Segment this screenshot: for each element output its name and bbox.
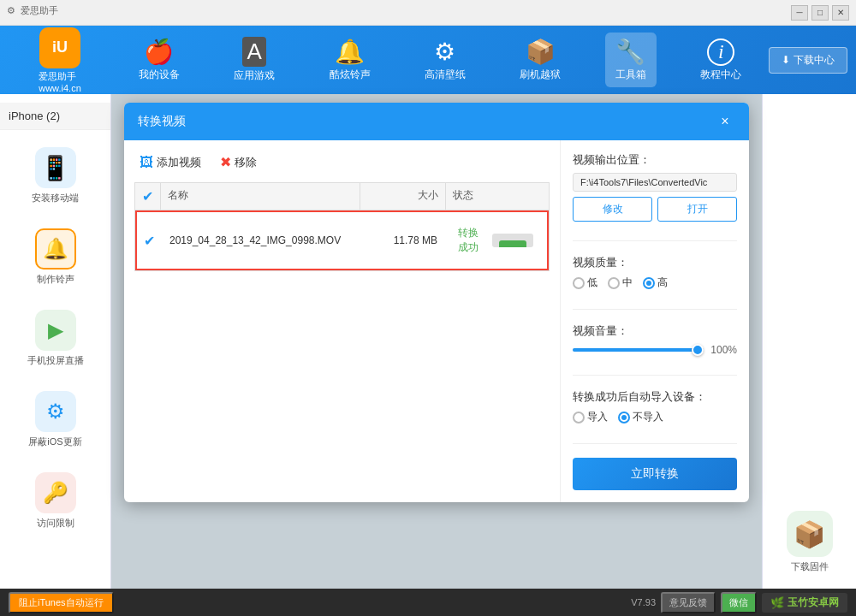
sidebar-label-ringtone: 制作铃声 bbox=[37, 273, 74, 286]
remove-video-button[interactable]: ✖ 移除 bbox=[215, 151, 262, 174]
close-button[interactable]: ✕ bbox=[832, 5, 849, 21]
add-video-label: 添加视频 bbox=[157, 155, 201, 170]
quality-mid[interactable]: 中 bbox=[608, 275, 633, 290]
volume-label: 视频音量： bbox=[573, 323, 737, 339]
divider-4 bbox=[573, 443, 737, 444]
quality-low-radio[interactable] bbox=[573, 277, 585, 289]
convert-button[interactable]: 立即转换 bbox=[573, 458, 737, 490]
divider-2 bbox=[573, 309, 737, 310]
download-center-button[interactable]: ⬇ 下载中心 bbox=[769, 47, 847, 74]
row-size: 11.78 MB bbox=[359, 228, 444, 253]
volume-value: 100% bbox=[710, 344, 737, 356]
screen-mirror-icon: ▶ bbox=[35, 310, 76, 351]
content-area: 转换视频 × 🖼 添加视频 ✖ bbox=[111, 94, 762, 589]
output-path-display: F:\i4Tools7\Files\ConvertedVic bbox=[573, 173, 737, 192]
col-size: 大小 bbox=[360, 183, 446, 210]
row-status: 转换成功 bbox=[444, 212, 547, 269]
nav-item-jailbreak[interactable]: 📦 刷机越狱 bbox=[509, 33, 571, 87]
row-check: ✔ bbox=[137, 226, 163, 256]
nav-item-my-device[interactable]: 🍎 我的设备 bbox=[128, 33, 190, 87]
quality-high[interactable]: 高 bbox=[643, 275, 668, 290]
open-button[interactable]: 打开 bbox=[657, 197, 737, 222]
sidebar-item-screen-mirror[interactable]: ▶ 手机投屏直播 bbox=[0, 299, 110, 377]
nav-label-jailbreak: 刷机越狱 bbox=[520, 68, 561, 82]
wechat-button[interactable]: 微信 bbox=[721, 592, 757, 613]
ringtone-icon: 🔔 bbox=[35, 228, 76, 270]
nav-item-wallpaper[interactable]: ⚙ 高清壁纸 bbox=[414, 33, 476, 87]
box-icon: 📦 bbox=[526, 38, 556, 66]
main-area: iPhone (2) 📱 安装移动端 🔔 制作铃声 ▶ 手机投屏直播 ⚙ 屏蔽i… bbox=[0, 94, 856, 589]
table-row[interactable]: ✔ 2019_04_28_13_42_IMG_0998.MOV 11.78 MB… bbox=[135, 210, 549, 270]
sidebar-item-access-limit[interactable]: 🔑 访问限制 bbox=[0, 462, 110, 540]
quality-mid-radio[interactable] bbox=[608, 277, 620, 289]
quality-radio-group: 低 中 高 bbox=[573, 275, 737, 290]
volume-slider-thumb[interactable] bbox=[692, 344, 704, 356]
col-status: 状态 bbox=[446, 183, 549, 210]
nav-label-wallpaper: 高清壁纸 bbox=[425, 68, 466, 82]
right-label-download-firmware: 下载固件 bbox=[791, 560, 829, 573]
status-text: 转换成功 bbox=[458, 226, 487, 255]
status-right: V7.93 意见反馈 微信 🌿 玉竹安卓网 bbox=[631, 592, 847, 613]
nav-label-toolbox: 工具箱 bbox=[615, 68, 646, 82]
sidebar-item-block-ios[interactable]: ⚙ 屏蔽iOS更新 bbox=[0, 381, 110, 459]
quality-low[interactable]: 低 bbox=[573, 275, 597, 290]
file-list: ✔ 2019_04_28_13_42_IMG_0998.MOV 11.78 MB… bbox=[134, 210, 550, 271]
quality-high-radio[interactable] bbox=[643, 277, 655, 289]
device-label: iPhone (2) bbox=[0, 103, 110, 130]
progress-fill bbox=[499, 240, 526, 247]
add-video-button[interactable]: 🖼 添加视频 bbox=[134, 151, 206, 174]
nav-item-app-game[interactable]: A 应用游戏 bbox=[223, 32, 285, 88]
volume-row: 100% bbox=[573, 344, 737, 356]
dialog-overlay: 转换视频 × 🖼 添加视频 ✖ bbox=[111, 94, 762, 589]
block-ios-icon: ⚙ bbox=[35, 391, 76, 432]
import-yes-label: 导入 bbox=[587, 410, 608, 424]
sidebar-label-block-ios: 屏蔽iOS更新 bbox=[28, 435, 81, 448]
status-bar: 阻止iTunes自动运行 V7.93 意见反馈 微信 🌿 玉竹安卓网 bbox=[0, 589, 856, 616]
dialog-title: 转换视频 bbox=[138, 114, 186, 129]
window-controls[interactable]: ─ □ ✕ bbox=[791, 5, 849, 21]
right-item-download-firmware[interactable]: 📦 下载固件 bbox=[780, 504, 840, 580]
download-center-label: 下载中心 bbox=[794, 53, 835, 68]
maximize-button[interactable]: □ bbox=[811, 5, 829, 21]
nav-item-tutorial[interactable]: i 教程中心 bbox=[690, 33, 752, 87]
path-btn-row: 修改 打开 bbox=[573, 197, 737, 222]
install-mobile-icon: 📱 bbox=[35, 147, 76, 188]
volume-group: 视频音量： 100% bbox=[573, 323, 737, 356]
row-check-icon: ✔ bbox=[144, 234, 155, 248]
download-firmware-icon: 📦 bbox=[787, 511, 833, 557]
import-yes-radio[interactable] bbox=[573, 412, 585, 424]
check-header-icon: ✔ bbox=[142, 189, 153, 204]
feedback-button[interactable]: 意见反馈 bbox=[661, 592, 716, 613]
app-title: 爱思助手 bbox=[21, 4, 58, 17]
import-no-label: 不导入 bbox=[633, 410, 663, 424]
import-yes[interactable]: 导入 bbox=[573, 410, 608, 424]
version-text: V7.93 bbox=[631, 597, 656, 607]
dialog-body: 🖼 添加视频 ✖ 移除 ✔ bbox=[124, 140, 749, 502]
volume-slider-fill bbox=[573, 348, 704, 352]
dialog-close-button[interactable]: × bbox=[715, 111, 735, 132]
modify-button[interactable]: 修改 bbox=[573, 197, 652, 222]
remove-video-label: 移除 bbox=[235, 155, 257, 170]
minimize-button[interactable]: ─ bbox=[791, 5, 808, 21]
sidebar: iPhone (2) 📱 安装移动端 🔔 制作铃声 ▶ 手机投屏直播 ⚙ 屏蔽i… bbox=[0, 94, 111, 589]
auto-import-radio-group: 导入 不导入 bbox=[573, 410, 737, 424]
sidebar-item-ringtone[interactable]: 🔔 制作铃声 bbox=[0, 218, 110, 296]
status-left: 阻止iTunes自动运行 bbox=[9, 592, 114, 613]
title-bar: ⚙ 爱思助手 ─ □ ✕ bbox=[0, 0, 856, 26]
sidebar-label-screen-mirror: 手机投屏直播 bbox=[27, 354, 84, 367]
itunes-auto-run-button[interactable]: 阻止iTunes自动运行 bbox=[9, 592, 114, 613]
nav-item-ringtone[interactable]: 🔔 酷炫铃声 bbox=[319, 33, 381, 87]
bell-icon: 🔔 bbox=[335, 38, 365, 66]
volume-slider-track[interactable] bbox=[573, 348, 704, 352]
divider-1 bbox=[573, 240, 737, 241]
remove-icon: ✖ bbox=[220, 154, 231, 170]
divider-3 bbox=[573, 375, 737, 376]
output-label: 视频输出位置： bbox=[573, 152, 737, 168]
nav-item-toolbox[interactable]: 🔧 工具箱 bbox=[605, 33, 657, 87]
settings-icon: ⚙ bbox=[7, 5, 15, 16]
import-no[interactable]: 不导入 bbox=[618, 410, 663, 424]
quality-mid-label: 中 bbox=[622, 275, 633, 290]
sidebar-item-install-mobile[interactable]: 📱 安装移动端 bbox=[0, 137, 110, 215]
import-no-radio[interactable] bbox=[618, 412, 630, 424]
gear-icon: ⚙ bbox=[434, 38, 455, 66]
